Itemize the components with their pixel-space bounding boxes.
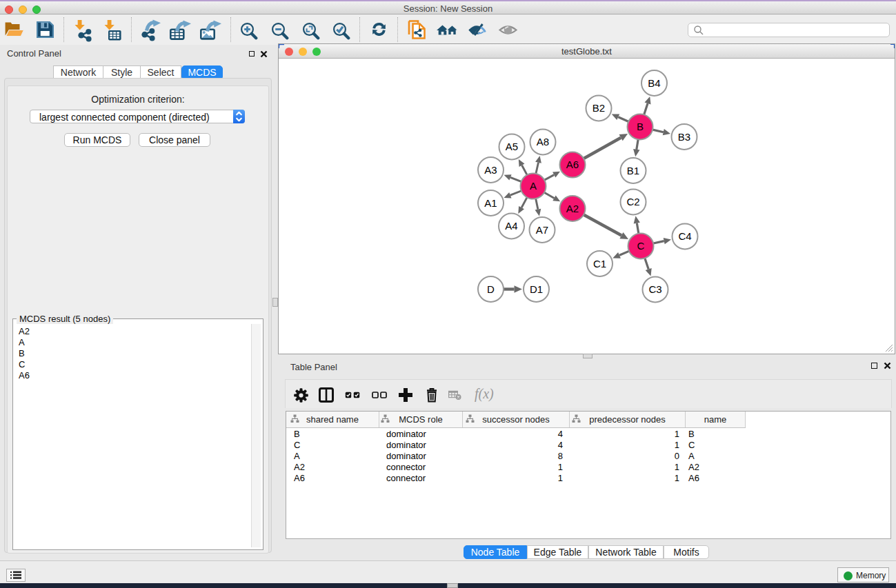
svg-text:A6: A6 (566, 159, 579, 170)
svg-text:D: D (487, 283, 495, 295)
svg-text:C: C (637, 240, 645, 252)
svg-text:A7: A7 (536, 224, 548, 236)
svg-text:A1: A1 (484, 197, 497, 209)
svg-text:C2: C2 (626, 196, 639, 207)
svg-text:B1: B1 (627, 165, 639, 176)
svg-text:A8: A8 (537, 136, 549, 148)
svg-text:B2: B2 (593, 102, 605, 114)
svg-text:A3: A3 (484, 164, 497, 176)
svg-text:A4: A4 (505, 220, 517, 232)
svg-text:A5: A5 (506, 141, 518, 152)
svg-text:A2: A2 (566, 203, 579, 214)
svg-text:B: B (637, 121, 644, 132)
svg-text:B3: B3 (678, 131, 690, 143)
svg-text:C3: C3 (648, 283, 661, 295)
svg-text:A: A (530, 180, 537, 192)
svg-text:C1: C1 (593, 258, 606, 270)
svg-text:B4: B4 (648, 77, 660, 89)
svg-text:D1: D1 (530, 283, 543, 295)
svg-text:C4: C4 (678, 230, 691, 242)
